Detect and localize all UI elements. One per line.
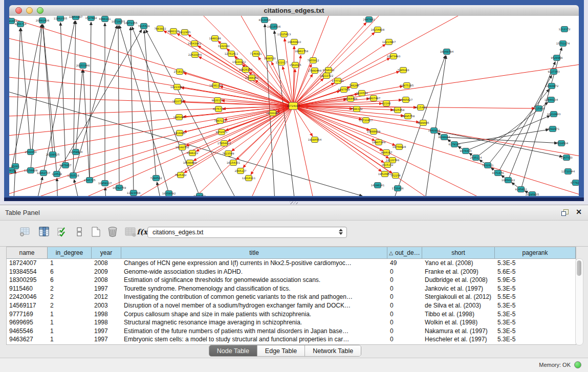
- table-cell[interactable]: 1997: [92, 327, 121, 336]
- memory-status-dot[interactable]: [574, 361, 581, 368]
- table-cell[interactable]: 5.6E-5: [495, 268, 576, 276]
- table-cell[interactable]: 18724007: [7, 259, 48, 268]
- table-row[interactable]: 911546021997Tourette syndrome. Phenomeno…: [7, 285, 576, 293]
- table-cell[interactable]: 2008: [92, 276, 121, 285]
- table-cell[interactable]: Stergiakouli et al. (2012): [422, 293, 495, 301]
- table-cell[interactable]: 2008: [92, 259, 121, 268]
- table-cell[interactable]: 1998: [92, 310, 121, 319]
- scrollbar-thumb[interactable]: [577, 260, 581, 276]
- edit-columns-icon[interactable]: [37, 225, 51, 238]
- table-cell[interactable]: 5.3E-5: [495, 310, 576, 319]
- tab-network-table[interactable]: Network Table: [304, 345, 361, 356]
- table-cell[interactable]: 5.3E-5: [495, 335, 576, 344]
- table-cell[interactable]: 0: [387, 285, 422, 293]
- table-cell[interactable]: Nakamura et al. (1997): [422, 327, 495, 336]
- tab-edge-table[interactable]: Edge Table: [257, 345, 304, 356]
- table-cell[interactable]: 1: [48, 335, 92, 344]
- table-cell[interactable]: 5.3E-5: [495, 327, 576, 336]
- table-cell[interactable]: 19384554: [7, 268, 48, 276]
- table-cell[interactable]: Tourette syndrome. Phenomenology and cla…: [121, 285, 387, 293]
- column-header-out_de[interactable]: △out_de…: [387, 247, 422, 258]
- table-cell[interactable]: 1: [48, 318, 92, 327]
- table-cell[interactable]: 0: [387, 301, 422, 310]
- graph-edge[interactable]: [293, 106, 511, 196]
- table-cell[interactable]: Wolkin et al. (1998): [422, 318, 495, 327]
- table-row[interactable]: 969969511998Structural magnetic resonanc…: [7, 318, 576, 327]
- graph-edge[interactable]: [90, 22, 91, 180]
- table-row[interactable]: 2242004622012Investigating the contribut…: [7, 293, 576, 301]
- column-header-pagerank[interactable]: pagerank: [495, 247, 576, 258]
- graph-edge[interactable]: [293, 106, 384, 163]
- table-select-dropdown[interactable]: citations_edges.txt: [147, 227, 347, 238]
- table-cell[interactable]: 5.3E-5: [495, 301, 576, 310]
- table-cell[interactable]: de Silva et al. (2003): [422, 301, 495, 310]
- table-cell[interactable]: Disruption of a novel member of a sodium…: [121, 301, 387, 310]
- table-row[interactable]: 1872400712008Changes of HCN gene express…: [7, 259, 576, 268]
- table-cell[interactable]: 9463627: [7, 335, 48, 344]
- table-cell[interactable]: Yano et al. (2008): [422, 259, 495, 268]
- node-table[interactable]: namein_degreeyeartitle△out_de…shortpager…: [6, 247, 576, 345]
- graph-edge[interactable]: [395, 56, 445, 196]
- table-cell[interactable]: Dudbridge et al. (2008): [422, 276, 495, 285]
- table-cell[interactable]: Estimation of the future numbers of pati…: [121, 327, 387, 336]
- table-cell[interactable]: Franke et al. (2009): [422, 268, 495, 276]
- table-cell[interactable]: 1: [48, 327, 92, 336]
- table-cell[interactable]: Changes of HCN gene expression and I(f) …: [121, 259, 387, 268]
- table-cell[interactable]: 6: [48, 268, 92, 276]
- graph-edge[interactable]: [60, 23, 66, 165]
- graph-edge[interactable]: [144, 30, 156, 178]
- table-cell[interactable]: 5.9E-5: [495, 276, 576, 285]
- table-cell[interactable]: 9699695: [7, 318, 48, 327]
- table-cell[interactable]: Estimation of significance thresholds fo…: [121, 276, 387, 285]
- table-cell[interactable]: 2009: [92, 268, 121, 276]
- table-cell[interactable]: 0: [387, 335, 422, 344]
- table-row[interactable]: 1938455462009Genome-wide association stu…: [7, 268, 576, 276]
- table-row[interactable]: 946554611997Estimation of the future num…: [7, 327, 576, 336]
- graph-edge[interactable]: [498, 75, 552, 173]
- close-panel-icon[interactable]: ✕: [576, 208, 582, 216]
- table-cell[interactable]: 0: [387, 293, 422, 301]
- graph-edge[interactable]: [118, 26, 119, 188]
- table-cell[interactable]: 0: [387, 327, 422, 336]
- table-row[interactable]: 1456911722003Disruption of a novel membe…: [7, 301, 576, 310]
- table-cell[interactable]: Genome-wide association studies in ADHD.: [121, 268, 387, 276]
- merge-rows-icon[interactable]: [73, 225, 86, 238]
- table-cell[interactable]: 5.5E-5: [495, 293, 576, 301]
- network-canvas-svg[interactable]: 1872400776638229660128891295516543962224…: [9, 16, 579, 196]
- network-canvas[interactable]: 1872400776638229660128891295516543962224…: [9, 16, 579, 196]
- table-cell[interactable]: 1997: [92, 335, 121, 344]
- table-cell[interactable]: 9777169: [7, 310, 48, 319]
- graph-edge[interactable]: [35, 177, 42, 196]
- table-cell[interactable]: 5.3E-5: [495, 259, 576, 268]
- table-cell[interactable]: 9115460: [7, 285, 48, 293]
- column-header-short[interactable]: short: [422, 247, 495, 258]
- graph-edge[interactable]: [119, 26, 169, 193]
- table-row[interactable]: 977716911998Corpus callosum shape and si…: [7, 310, 576, 319]
- column-header-year[interactable]: year: [92, 247, 121, 258]
- table-cell[interactable]: 1998: [92, 318, 121, 327]
- table-cell[interactable]: 9465546: [7, 327, 48, 336]
- graph-edge[interactable]: [112, 106, 293, 196]
- table-cell[interactable]: Jankovic et al. (1997): [422, 285, 495, 293]
- graph-edge[interactable]: [130, 27, 134, 193]
- delete-table-icon[interactable]: [106, 225, 119, 238]
- table-cell[interactable]: 0: [387, 318, 422, 327]
- table-cell[interactable]: 5.3E-5: [495, 318, 576, 327]
- table-cell[interactable]: 1: [48, 310, 92, 319]
- table-cell[interactable]: 2: [48, 285, 92, 293]
- table-cell[interactable]: Structural magnetic resonance image aver…: [121, 318, 387, 327]
- window-titlebar[interactable]: citations_edges.txt: [9, 5, 579, 16]
- table-cell[interactable]: 2003: [92, 301, 121, 310]
- table-cell[interactable]: 6: [48, 276, 92, 285]
- graph-edge[interactable]: [293, 62, 579, 106]
- table-cell[interactable]: Corpus callosum shape and size in male p…: [121, 310, 387, 319]
- table-row[interactable]: 946362711997Embryonic stem cells: a mode…: [7, 335, 576, 344]
- new-table-icon[interactable]: [89, 225, 102, 238]
- table-cell[interactable]: 2: [48, 301, 92, 310]
- table-cell[interactable]: Hescheler et al. (1997): [422, 335, 495, 344]
- graph-edge[interactable]: [9, 16, 293, 106]
- column-header-in_degree[interactable]: in_degree: [48, 247, 92, 258]
- table-cell[interactable]: Embryonic stem cells: a model to study s…: [121, 335, 387, 344]
- table-cell[interactable]: 14569117: [7, 301, 48, 310]
- tab-node-table[interactable]: Node Table: [209, 345, 257, 356]
